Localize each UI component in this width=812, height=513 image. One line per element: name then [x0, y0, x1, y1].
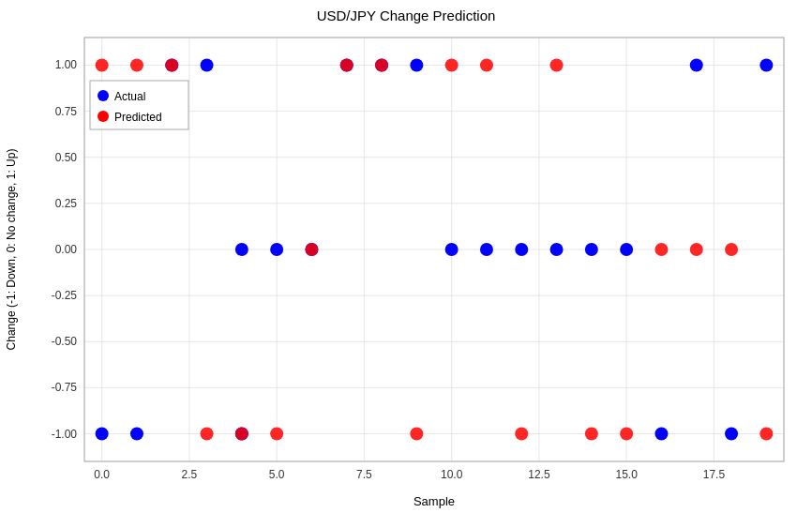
- svg-point-55: [585, 243, 598, 256]
- chart-svg: -1.00-0.75-0.50-0.250.000.250.500.751.00…: [0, 0, 812, 513]
- svg-point-40: [96, 428, 109, 441]
- svg-text:Predicted: Predicted: [114, 111, 162, 124]
- svg-text:USD/JPY Change Prediction: USD/JPY Change Prediction: [317, 8, 496, 23]
- svg-point-72: [480, 58, 493, 71]
- svg-text:2.5: 2.5: [182, 468, 198, 481]
- svg-point-69: [375, 58, 388, 71]
- svg-point-64: [201, 428, 214, 441]
- svg-text:0.0: 0.0: [94, 468, 110, 481]
- svg-point-63: [165, 58, 178, 71]
- svg-text:15.0: 15.0: [615, 468, 638, 481]
- svg-point-78: [690, 243, 703, 256]
- svg-text:-0.25: -0.25: [52, 289, 78, 302]
- svg-point-67: [305, 243, 318, 256]
- svg-point-71: [445, 58, 459, 71]
- svg-point-60: [759, 58, 773, 71]
- svg-point-53: [515, 243, 528, 256]
- svg-point-58: [690, 58, 703, 71]
- svg-text:-0.75: -0.75: [52, 381, 78, 394]
- svg-point-50: [410, 58, 423, 71]
- svg-point-68: [340, 58, 353, 71]
- svg-text:Sample: Sample: [414, 494, 455, 508]
- svg-point-73: [515, 428, 528, 441]
- svg-point-70: [410, 428, 423, 441]
- svg-point-79: [725, 243, 738, 256]
- svg-point-43: [201, 58, 214, 71]
- svg-text:-1.00: -1.00: [52, 428, 78, 441]
- svg-point-80: [759, 428, 773, 441]
- svg-point-51: [445, 243, 459, 256]
- svg-point-84: [98, 111, 109, 122]
- svg-point-61: [96, 58, 109, 71]
- svg-point-76: [620, 428, 633, 441]
- svg-point-82: [98, 90, 109, 101]
- svg-text:0.50: 0.50: [55, 151, 78, 164]
- svg-text:17.5: 17.5: [703, 468, 726, 481]
- svg-point-77: [654, 243, 668, 256]
- svg-point-46: [270, 243, 283, 256]
- svg-point-75: [585, 428, 598, 441]
- svg-point-41: [130, 428, 143, 441]
- chart-container: -1.00-0.75-0.50-0.250.000.250.500.751.00…: [0, 0, 812, 513]
- svg-point-59: [725, 428, 738, 441]
- svg-point-65: [235, 428, 248, 441]
- svg-point-52: [480, 243, 493, 256]
- svg-point-56: [620, 243, 633, 256]
- svg-text:Actual: Actual: [114, 90, 145, 103]
- svg-text:10.0: 10.0: [441, 468, 463, 481]
- svg-point-66: [270, 428, 283, 441]
- svg-text:0.75: 0.75: [55, 105, 78, 118]
- svg-point-54: [550, 243, 564, 256]
- svg-text:Change (-1: Down, 0: No change: Change (-1: Down, 0: No change, 1: Up): [5, 149, 18, 351]
- svg-text:12.5: 12.5: [528, 468, 550, 481]
- svg-point-62: [130, 58, 143, 71]
- svg-text:0.00: 0.00: [55, 243, 78, 256]
- svg-text:7.5: 7.5: [356, 468, 372, 481]
- svg-text:1.00: 1.00: [55, 58, 78, 71]
- svg-point-57: [654, 428, 668, 441]
- svg-point-74: [550, 58, 564, 71]
- svg-text:0.25: 0.25: [55, 197, 78, 210]
- svg-text:-0.50: -0.50: [52, 335, 78, 348]
- svg-text:5.0: 5.0: [269, 468, 285, 481]
- svg-point-45: [235, 243, 248, 256]
